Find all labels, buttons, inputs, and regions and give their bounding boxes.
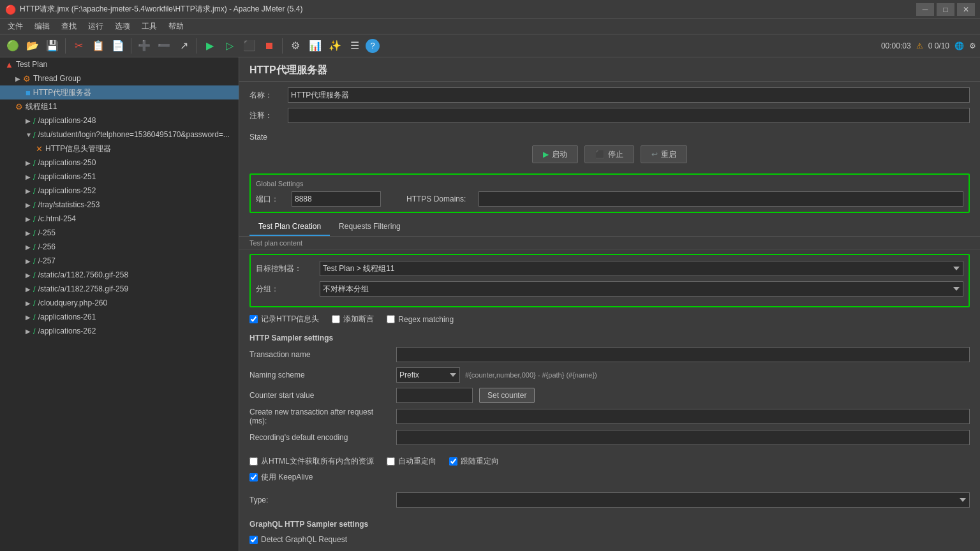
type-select[interactable] bbox=[396, 492, 970, 508]
checkbox-redirect[interactable]: 自动重定向 bbox=[387, 456, 436, 467]
toolbar-btn-copy[interactable]: 📋 bbox=[89, 37, 107, 55]
menu-edit[interactable]: 编辑 bbox=[29, 20, 55, 33]
toolbar-btn-graph[interactable]: 📊 bbox=[306, 37, 324, 55]
https-input[interactable] bbox=[479, 191, 963, 207]
i256-icon: / bbox=[33, 242, 36, 252]
checkbox-follow-redirect[interactable]: 跟随重定向 bbox=[449, 456, 499, 467]
start-button[interactable]: ▶ 启动 bbox=[532, 145, 578, 163]
toolbar-btn-play2[interactable]: ▷ bbox=[221, 37, 239, 55]
port-input[interactable] bbox=[292, 191, 381, 207]
arrow-15: ▶ bbox=[26, 272, 33, 279]
checkbox-regex-input[interactable] bbox=[387, 315, 395, 323]
toolbar-btn-save[interactable]: 💾 bbox=[43, 37, 61, 55]
tree-item-chtml254[interactable]: ▶ / /c.html-254 bbox=[0, 212, 239, 226]
toolbar-btn-help[interactable]: ? bbox=[366, 39, 380, 53]
arrow-13: ▶ bbox=[26, 244, 33, 251]
tree-item-257[interactable]: ▶ / /-257 bbox=[0, 254, 239, 268]
group-select[interactable]: 不对样本分组 bbox=[320, 281, 963, 297]
tree-item-app248[interactable]: ▶ / /applications-248 bbox=[0, 114, 239, 128]
checkbox-resources[interactable]: 从HTML文件获取所有内含的资源 bbox=[249, 456, 374, 467]
group-label: 分组： bbox=[256, 284, 320, 295]
httpheader-icon: ✕ bbox=[36, 144, 43, 154]
toolbar-btn-list[interactable]: ☰ bbox=[346, 37, 364, 55]
tree-item-proxy[interactable]: ■ HTTP代理服务器 bbox=[0, 85, 239, 99]
tree-label-threadgroup: Thread Group bbox=[33, 74, 81, 83]
menu-run[interactable]: 运行 bbox=[83, 20, 108, 33]
counter-start-input[interactable] bbox=[396, 388, 473, 403]
tree-item-app262[interactable]: ▶ / /applications-262 bbox=[0, 324, 239, 338]
tree-item-255[interactable]: ▶ / /-255 bbox=[0, 226, 239, 240]
transaction-name-input[interactable] bbox=[396, 347, 970, 362]
checkbox-resources-input[interactable] bbox=[249, 457, 258, 466]
start-label: 启动 bbox=[552, 149, 567, 160]
checkbox-add-assert-input[interactable] bbox=[332, 315, 340, 323]
set-counter-button[interactable]: Set counter bbox=[479, 388, 535, 403]
checkbox-resources-label: 从HTML文件获取所有内含的资源 bbox=[261, 456, 374, 467]
toolbar-sep-3 bbox=[197, 38, 197, 54]
stop-button[interactable]: ⬛ 停止 bbox=[584, 145, 634, 163]
name-input[interactable] bbox=[288, 87, 970, 103]
tab-test-plan-creation[interactable]: Test Plan Creation bbox=[249, 218, 330, 236]
tree-label-app251: /applications-251 bbox=[38, 172, 96, 181]
menu-help[interactable]: 帮助 bbox=[163, 20, 189, 33]
menu-search[interactable]: 查找 bbox=[56, 20, 82, 33]
threadgroup-icon: ⚙ bbox=[23, 74, 31, 84]
tree-item-app261[interactable]: ▶ / /applications-261 bbox=[0, 310, 239, 324]
tree-item-app250[interactable]: ▶ / /applications-250 bbox=[0, 156, 239, 170]
checkbox-keepalive-input[interactable] bbox=[249, 473, 258, 481]
toolbar-btn-play[interactable]: ▶ bbox=[201, 37, 219, 55]
minimize-button[interactable]: ─ bbox=[916, 3, 934, 16]
port-row: 端口： HTTPS Domains: bbox=[256, 191, 963, 207]
toolbar-btn-new[interactable]: 🟢 bbox=[4, 37, 22, 55]
tree-item-app251[interactable]: ▶ / /applications-251 bbox=[0, 170, 239, 184]
tree-item-256[interactable]: ▶ / /-256 bbox=[0, 240, 239, 254]
target-select[interactable]: Test Plan > 线程组11 bbox=[320, 261, 963, 276]
checkbox-record-http-input[interactable] bbox=[249, 315, 258, 323]
maximize-button[interactable]: □ bbox=[937, 3, 954, 16]
checkbox-redirect-input[interactable] bbox=[387, 457, 395, 466]
checkbox-record-http[interactable]: 记录HTTP信息头 bbox=[249, 314, 319, 325]
restart-button[interactable]: ↩ 重启 bbox=[641, 145, 687, 163]
tree-item-httpheader[interactable]: ✕ HTTP信息头管理器 bbox=[0, 142, 239, 156]
menu-options[interactable]: 选项 bbox=[110, 20, 135, 33]
checkbox-keepalive[interactable]: 使用 KeepAlive bbox=[249, 472, 313, 483]
toolbar-btn-paste[interactable]: 📄 bbox=[109, 37, 127, 55]
checkbox-add-assert[interactable]: 添加断言 bbox=[332, 314, 374, 325]
tree-item-gif259[interactable]: ▶ / /static/a/1182.2758.gif-259 bbox=[0, 282, 239, 296]
tree-item-gif258[interactable]: ▶ / /static/a/1182.7560.gif-258 bbox=[0, 268, 239, 282]
checkbox-follow-redirect-input[interactable] bbox=[449, 457, 457, 466]
tree-item-tray253[interactable]: ▶ / /tray/statistics-253 bbox=[0, 198, 239, 212]
toolbar-btn-stop[interactable]: ⬛ bbox=[241, 37, 258, 55]
checkbox-detect-graphql-input[interactable] bbox=[249, 536, 258, 544]
name-row: 名称： bbox=[249, 87, 970, 103]
title-bar-controls[interactable]: ─ □ ✕ bbox=[916, 3, 975, 16]
checkbox-row-1: 记录HTTP信息头 添加断言 Regex matching bbox=[239, 311, 980, 327]
toolbar-btn-settings[interactable]: ⚙ bbox=[286, 37, 304, 55]
toolbar-btn-minus[interactable]: ➖ bbox=[155, 37, 173, 55]
tree-item-app252[interactable]: ▶ / /applications-252 bbox=[0, 184, 239, 198]
toolbar-btn-open[interactable]: 📂 bbox=[24, 37, 41, 55]
tree-item-cloud260[interactable]: ▶ / /cloudquery.php-260 bbox=[0, 296, 239, 310]
tree-item-threadgroup11[interactable]: ⚙ 线程组11 bbox=[0, 99, 239, 114]
checkbox-detect-graphql[interactable]: Detect GraphQL Request bbox=[249, 535, 347, 544]
tree-item-login[interactable]: ▼ / /stu/student/login?telphone=15360495… bbox=[0, 128, 239, 142]
menu-file[interactable]: 文件 bbox=[3, 20, 28, 33]
outlined-section: 目标控制器： Test Plan > 线程组11 分组： 不对样本分组 bbox=[249, 254, 970, 307]
toolbar-btn-stop2[interactable]: ⏹ bbox=[260, 37, 278, 55]
app261-icon: / bbox=[33, 312, 36, 322]
checkbox-regex[interactable]: Regex matching bbox=[387, 315, 454, 324]
tree-item-threadgroup[interactable]: ▶ ⚙ Thread Group bbox=[0, 71, 239, 85]
comment-input[interactable] bbox=[288, 108, 970, 123]
toolbar-btn-plus[interactable]: ➕ bbox=[135, 37, 153, 55]
new-transaction-input[interactable] bbox=[396, 409, 970, 424]
toolbar-btn-arrow[interactable]: ↗ bbox=[175, 37, 193, 55]
close-button[interactable]: ✕ bbox=[957, 3, 975, 16]
tree-label-threadgroup11: 线程组11 bbox=[26, 101, 57, 112]
toolbar-btn-cut[interactable]: ✂ bbox=[70, 37, 87, 55]
encoding-input[interactable] bbox=[396, 430, 970, 445]
tree-item-testplan[interactable]: ▲ Test Plan bbox=[0, 57, 239, 71]
menu-tools[interactable]: 工具 bbox=[137, 20, 162, 33]
naming-scheme-select[interactable]: Prefix bbox=[396, 367, 460, 383]
toolbar-btn-wand[interactable]: ✨ bbox=[326, 37, 344, 55]
tab-requests-filtering[interactable]: Requests Filtering bbox=[330, 218, 410, 236]
